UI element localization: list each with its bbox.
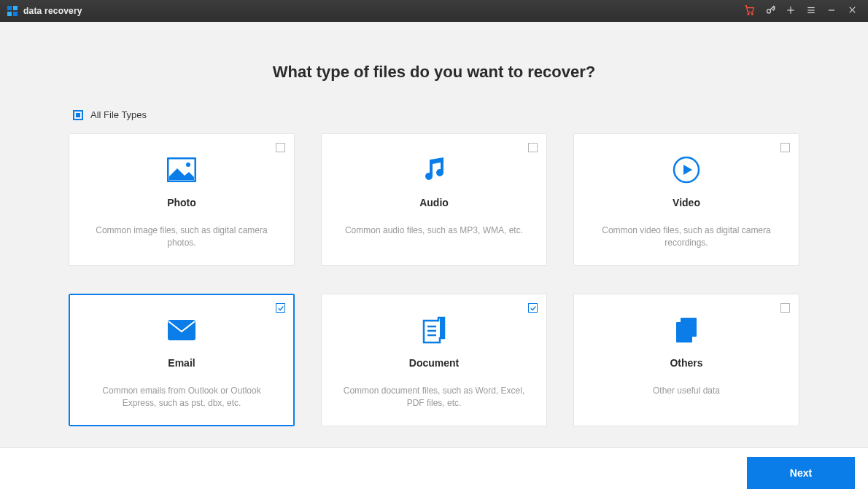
close-button[interactable] — [842, 0, 862, 22]
svg-rect-1 — [13, 6, 18, 10]
card-video-title: Video — [590, 197, 783, 208]
card-audio[interactable]: Audio Common audio files, such as MP3, W… — [321, 133, 547, 266]
card-photo[interactable]: Photo Common image files, such as digita… — [69, 133, 295, 266]
card-audio-title: Audio — [338, 197, 530, 208]
svg-rect-2 — [7, 12, 12, 16]
card-photo-checkbox[interactable] — [276, 143, 285, 152]
file-type-cards: Photo Common image files, such as digita… — [0, 133, 868, 426]
document-icon — [338, 313, 530, 347]
card-video[interactable]: Video Common video files, such as digita… — [573, 133, 799, 266]
mail-icon — [85, 313, 278, 347]
card-photo-desc: Common image files, such as digital came… — [85, 224, 278, 249]
card-audio-checkbox[interactable] — [528, 143, 538, 152]
svg-rect-19 — [440, 318, 444, 338]
svg-rect-0 — [7, 6, 12, 10]
cart-icon — [744, 4, 756, 18]
music-icon — [338, 153, 530, 187]
card-email-desc: Common emails from Outlook or Outlook Ex… — [85, 385, 278, 410]
card-email-title: Email — [85, 357, 278, 369]
card-audio-desc: Common audio files, such as MP3, WMA, et… — [338, 224, 530, 237]
card-video-desc: Common video files, such as digital came… — [590, 224, 783, 249]
titlebar: data recovery — [0, 0, 868, 22]
card-document-title: Document — [338, 357, 530, 369]
card-email[interactable]: Email Common emails from Outlook or Outl… — [69, 294, 295, 426]
add-button[interactable] — [780, 0, 801, 22]
all-file-types-row[interactable]: All File Types — [73, 109, 868, 120]
card-video-checkbox[interactable] — [780, 143, 790, 152]
close-icon — [848, 5, 857, 17]
card-email-checkbox[interactable] — [276, 303, 285, 313]
app-title: data recovery — [23, 6, 82, 16]
cart-button[interactable] — [740, 0, 760, 22]
minimize-icon — [826, 5, 837, 17]
card-document[interactable]: Document Common document files, such as … — [321, 294, 547, 426]
card-document-desc: Common document files, such as Word, Exc… — [338, 385, 530, 410]
svg-rect-26 — [678, 324, 690, 340]
card-others[interactable]: Others Other useful data — [573, 294, 799, 426]
menu-icon — [806, 5, 816, 17]
svg-point-16 — [186, 163, 190, 167]
key-button[interactable] — [760, 0, 780, 22]
main-content: What type of files do you want to recove… — [0, 22, 868, 447]
minimize-button[interactable] — [821, 0, 842, 22]
photo-icon — [85, 153, 278, 187]
menu-button[interactable] — [801, 0, 821, 22]
card-document-checkbox[interactable] — [528, 303, 538, 313]
next-button[interactable]: Next — [747, 457, 855, 489]
checkbox-indeterminate-icon — [76, 113, 80, 117]
play-circle-icon — [590, 153, 783, 187]
svg-point-5 — [751, 13, 753, 15]
svg-rect-3 — [13, 12, 18, 16]
all-file-types-label: All File Types — [90, 109, 147, 120]
card-others-desc: Other useful data — [590, 385, 783, 397]
key-icon — [765, 4, 776, 17]
card-others-checkbox[interactable] — [780, 303, 790, 313]
card-others-title: Others — [590, 357, 783, 369]
page-title: What type of files do you want to recove… — [0, 63, 868, 82]
svg-point-4 — [748, 13, 749, 15]
card-photo-title: Photo — [85, 197, 278, 208]
all-file-types-checkbox[interactable] — [73, 110, 83, 120]
svg-rect-18 — [168, 320, 195, 340]
files-stack-icon — [590, 313, 783, 347]
plus-icon — [786, 5, 796, 17]
app-logo-icon — [7, 6, 18, 16]
footer-bar: Next — [0, 447, 868, 497]
